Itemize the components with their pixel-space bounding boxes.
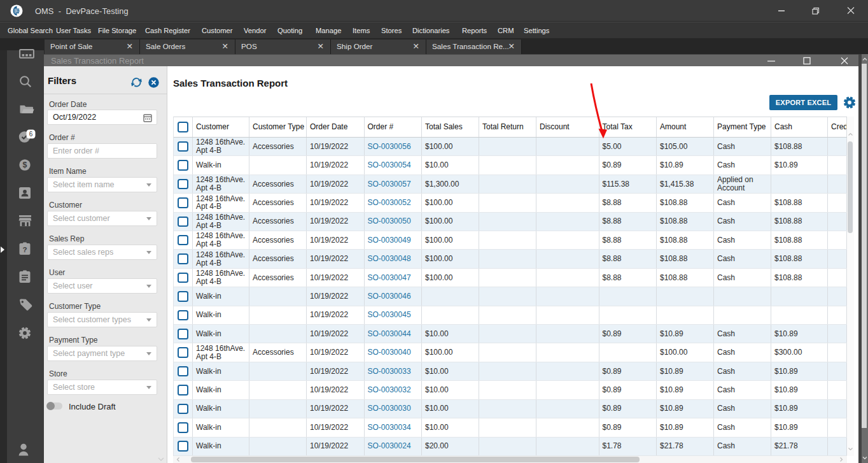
svg-text:?: ?: [22, 245, 27, 253]
svg-text:$: $: [23, 160, 27, 169]
svg-text:6: 6: [29, 131, 33, 138]
